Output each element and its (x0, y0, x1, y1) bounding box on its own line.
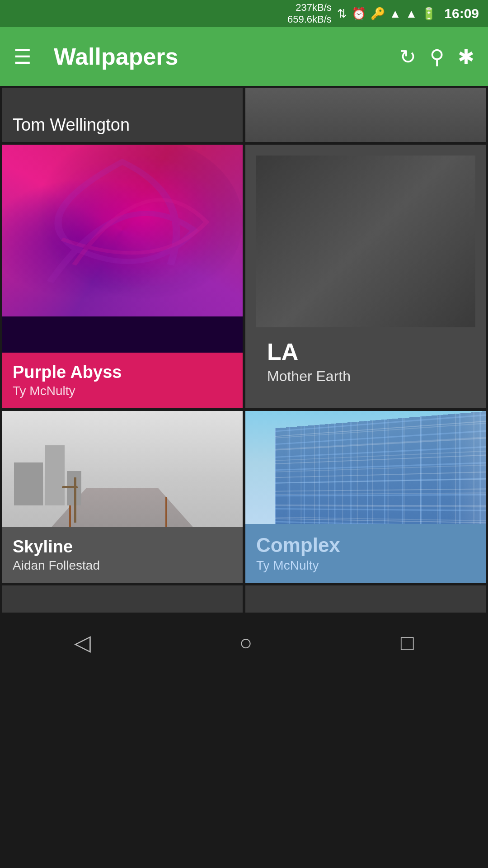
search-icon[interactable]: ⚲ (430, 45, 444, 68)
battery-icon: 🔋 (422, 7, 436, 21)
wallpaper-grid: Tom Wellington Purple Ab (0, 86, 488, 613)
card-purple-abyss[interactable]: Purple Abyss Ty McNulty (2, 145, 243, 408)
skyline-label: Skyline Aidan Follestad (2, 527, 243, 583)
card-complex[interactable]: Complex Ty McNulty (245, 411, 486, 583)
refresh-icon[interactable]: ↻ (399, 45, 416, 68)
purple-abyss-image (2, 145, 243, 316)
bottom-partial-left (2, 585, 243, 613)
navigation-bar: ◁ ○ □ (0, 615, 488, 670)
card-top-right-partial[interactable] (245, 88, 486, 142)
la-title: LA (267, 338, 465, 365)
vpn-icon: 🔑 (371, 7, 385, 21)
recents-button[interactable]: □ (401, 630, 414, 655)
skyline-title: Skyline (13, 537, 232, 557)
back-button[interactable]: ◁ (74, 630, 91, 655)
data-transfer-icon: ⇅ (337, 7, 347, 21)
signal-icon: ▲ (406, 7, 418, 21)
wifi-icon: ▲ (389, 7, 401, 21)
card-title: Tom Wellington (13, 115, 130, 135)
bottom-partial-right (245, 585, 486, 613)
status-time: 16:09 (444, 6, 479, 21)
complex-title: Complex (256, 534, 475, 557)
menu-icon[interactable]: ☰ (14, 45, 31, 68)
card-tom-wellington[interactable]: Tom Wellington (2, 88, 243, 142)
notice-icon[interactable]: ✱ (458, 45, 474, 68)
purple-abyss-label: Purple Abyss Ty McNulty (2, 353, 243, 408)
la-background (256, 156, 475, 327)
la-image (256, 156, 475, 327)
complex-author: Ty McNulty (256, 558, 475, 573)
app-title: Wallpapers (54, 43, 386, 70)
alarm-icon: ⏰ (352, 7, 366, 21)
home-button[interactable]: ○ (239, 630, 252, 655)
complex-label: Complex Ty McNulty (245, 524, 486, 583)
purple-abyss-title: Purple Abyss (13, 363, 232, 382)
la-label: LA Mother Earth (256, 327, 475, 397)
la-author: Mother Earth (267, 368, 465, 385)
card-skyline[interactable]: Skyline Aidan Follestad (2, 411, 243, 583)
purple-abyss-author: Ty McNulty (13, 384, 232, 398)
skyline-author: Aidan Follestad (13, 558, 232, 573)
app-bar: ☰ Wallpapers ↻ ⚲ ✱ (0, 27, 488, 86)
network-speed: 237kB/s 659.6kB/s (287, 2, 332, 26)
card-la[interactable]: LA Mother Earth (245, 145, 486, 408)
partial-image (245, 88, 486, 142)
status-bar: 237kB/s 659.6kB/s ⇅ ⏰ 🔑 ▲ ▲ 🔋 16:09 (0, 0, 488, 27)
status-icons: ⇅ ⏰ 🔑 ▲ ▲ 🔋 (337, 7, 436, 21)
